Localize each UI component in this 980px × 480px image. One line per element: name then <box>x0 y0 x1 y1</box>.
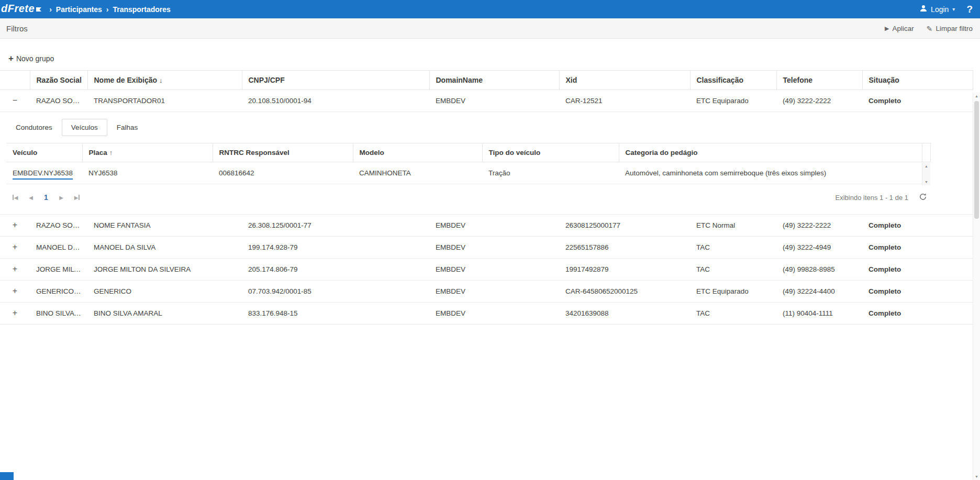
cell-classificacao: ETC Normal <box>690 215 776 237</box>
expand-row-icon[interactable]: + <box>11 310 19 316</box>
cell-razao-social: RAZAO SOCIAL S... <box>30 90 87 112</box>
table-row: + JORGE MILTON ... JORGE MILTON DA SILVE… <box>0 259 973 281</box>
col-header-classificacao[interactable]: Classificação <box>690 71 776 90</box>
col-header-telefone[interactable]: Telefone <box>776 71 862 90</box>
status-badge: Completo <box>862 237 973 259</box>
col-label: DomainName <box>436 76 483 84</box>
col-label: Veículo <box>13 149 37 157</box>
scroll-down-icon[interactable]: ▼ <box>973 475 980 478</box>
col-header-razao-social[interactable]: Razão Social <box>30 71 87 90</box>
breadcrumb-participantes[interactable]: Participantes <box>56 5 102 14</box>
cell-nome-exibicao: NOME FANTASIA <box>87 215 242 237</box>
tab-condutores[interactable]: Condutores <box>6 119 62 136</box>
apply-filter-button[interactable]: ▶ Aplicar <box>885 25 914 32</box>
cell-domainname: EMBDEV <box>429 303 559 325</box>
col-header-modelo[interactable]: Modelo <box>353 143 482 162</box>
pager-info-area: Exibindo itens 1 - 1 de 1 <box>836 193 927 203</box>
breadcrumb: › Participantes › Transportadores <box>49 5 171 14</box>
expand-row-icon[interactable]: + <box>11 222 19 228</box>
collapse-row-icon[interactable]: − <box>11 97 19 104</box>
tab-veiculos[interactable]: Veículos <box>62 119 107 136</box>
col-label: Razão Social <box>37 76 82 84</box>
scroll-down-icon[interactable]: ▼ <box>925 180 928 184</box>
cell-categoria-pedagio: Automóvel, caminhoneta com semirreboque … <box>619 162 922 184</box>
expand-row-icon[interactable]: + <box>11 266 19 272</box>
cell-domainname: EMBDEV <box>429 215 559 237</box>
scroll-up-icon[interactable]: ▲ <box>925 164 928 168</box>
cell-nome-exibicao: GENERICO <box>87 281 242 303</box>
next-page-icon: ▶ <box>59 195 63 200</box>
status-badge: Completo <box>862 215 973 237</box>
col-label: Modelo <box>360 149 384 157</box>
col-header-nome-exibicao[interactable]: Nome de Exibição↓ <box>87 71 242 90</box>
login-button[interactable]: Login ▾ <box>920 5 955 14</box>
pager-next-button[interactable]: ▶ <box>53 189 69 205</box>
cell-rntrc: 006816642 <box>213 162 353 184</box>
user-icon <box>920 5 927 14</box>
refresh-icon <box>919 193 927 203</box>
col-header-situacao[interactable]: Situação <box>862 71 973 90</box>
detail-row: Condutores Veículos Falhas <box>0 112 973 215</box>
tab-falhas[interactable]: Falhas <box>107 119 148 136</box>
breadcrumb-transportadores[interactable]: Transportadores <box>113 5 170 14</box>
pager-prev-button[interactable]: ◀ <box>23 189 39 205</box>
cell-razao-social: GENERICO TRAN... <box>30 281 87 303</box>
col-label: Situação <box>869 76 899 84</box>
cell-nome-exibicao: MANOEL DA SILVA <box>87 237 242 259</box>
sort-desc-icon: ↓ <box>159 76 163 84</box>
col-header-xid[interactable]: Xid <box>559 71 690 90</box>
col-header-placa[interactable]: Placa↑ <box>82 143 213 162</box>
cell-cnpj-cpf: 20.108.510/0001-94 <box>242 90 429 112</box>
help-button[interactable]: ? <box>966 4 973 15</box>
grid-header-row: Razão Social Nome de Exibição↓ CNPJ/CPF … <box>0 71 973 90</box>
clear-filter-label: Limpar filtro <box>936 25 973 32</box>
status-badge: Completo <box>862 281 973 303</box>
table-row: + BINO SILVA AMA... BINO SILVA AMARAL 83… <box>0 303 973 325</box>
col-header-categoria-pedagio[interactable]: Categoria do pedágio <box>619 143 922 162</box>
scrollbar-thumb[interactable] <box>974 101 979 219</box>
cell-modelo: CAMINHONETA <box>353 162 482 184</box>
pager-info: Exibindo itens 1 - 1 de 1 <box>836 194 908 202</box>
cell-classificacao: ETC Equiparado <box>690 281 776 303</box>
app-logo[interactable]: dFrete <box>1 3 42 16</box>
expand-row-icon[interactable]: + <box>11 244 19 250</box>
clear-filter-button[interactable]: ✎ Limpar filtro <box>927 25 973 33</box>
cell-nome-exibicao: JORGE MILTON DA SILVEIRA <box>87 259 242 281</box>
col-header-veiculo[interactable]: Veículo <box>6 143 82 162</box>
col-header-domainname[interactable]: DomainName <box>429 71 559 90</box>
cell-telefone: (11) 90404-1111 <box>776 303 862 325</box>
expand-row-icon[interactable]: + <box>11 288 19 294</box>
detail-tabstrip: Condutores Veículos Falhas <box>6 119 966 136</box>
grid-toolbar: + Novo grupo <box>0 39 980 70</box>
expand-cell: + <box>0 303 30 325</box>
cell-placa: NYJ6538 <box>82 162 213 184</box>
vertical-scrollbar[interactable]: ▲ ▼ <box>973 93 980 480</box>
cell-nome-exibicao: BINO SILVA AMARAL <box>87 303 242 325</box>
bar-icon <box>79 195 80 200</box>
cell-domainname: EMBDEV <box>429 237 559 259</box>
col-header-tipo-veiculo[interactable]: Tipo do veículo <box>482 143 619 162</box>
cell-xid: CAR-64580652000125 <box>559 281 690 303</box>
col-label: RNTRC Responsável <box>219 149 289 157</box>
col-header-rntrc[interactable]: RNTRC Responsável <box>213 143 353 162</box>
vehicles-scrollbar[interactable]: ▲ ▼ <box>922 163 930 185</box>
cell-xid: 34201639088 <box>559 303 690 325</box>
scroll-up-icon[interactable]: ▲ <box>973 94 980 98</box>
new-group-button[interactable]: + Novo grupo <box>8 54 54 63</box>
col-header-cnpj-cpf[interactable]: CNPJ/CPF <box>242 71 429 90</box>
cell-telefone: (49) 3222-2222 <box>776 215 862 237</box>
col-label: Placa <box>89 149 107 157</box>
pager-first-button[interactable]: ◀ <box>7 189 23 205</box>
vehicles-header-row: Veículo Placa↑ RNTRC Responsável Modelo … <box>6 143 930 162</box>
refresh-button[interactable] <box>919 193 927 203</box>
chevron-right-icon: › <box>49 5 52 14</box>
pager-last-button[interactable]: ▶ <box>69 189 85 205</box>
sort-asc-icon: ↑ <box>109 149 113 157</box>
cell-xid: 19917492879 <box>559 259 690 281</box>
filters-bar: Filtros ▶ Aplicar ✎ Limpar filtro <box>0 18 980 39</box>
table-row: − RAZAO SOCIAL S... TRANSPORTADOR01 20.1… <box>0 90 973 112</box>
filters-actions: ▶ Aplicar ✎ Limpar filtro <box>885 25 973 33</box>
cell-cnpj-cpf: 199.174.928-79 <box>242 237 429 259</box>
pager-page-1[interactable]: 1 <box>39 189 53 205</box>
col-label: Nome de Exibição <box>94 76 158 84</box>
